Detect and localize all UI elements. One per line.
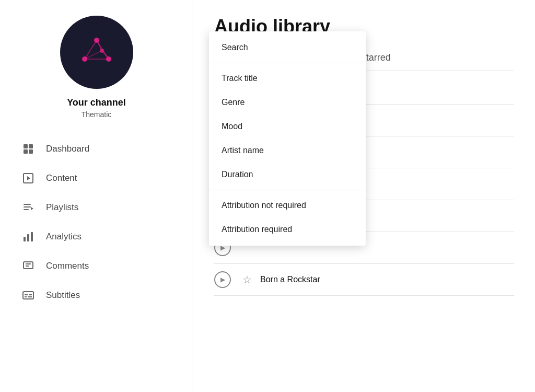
dashboard-icon	[21, 142, 36, 156]
svg-rect-24	[24, 262, 33, 269]
sidebar-item-analytics[interactable]: Analytics	[0, 222, 193, 251]
dropdown-divider	[209, 63, 366, 63]
svg-rect-21	[24, 237, 26, 241]
subtitles-icon	[21, 288, 36, 303]
channel-subtitle: Thematic	[82, 110, 112, 119]
sidebar-label-content: Content	[46, 173, 77, 183]
svg-rect-19	[24, 209, 29, 210]
sidebar-label-analytics: Analytics	[46, 232, 82, 242]
sidebar-item-comments[interactable]: Comments	[0, 251, 193, 281]
star-button[interactable]: ☆	[242, 273, 252, 286]
dropdown-item-attribution-required[interactable]: Attribution required	[209, 217, 366, 241]
svg-rect-18	[24, 206, 31, 207]
sidebar-item-dashboard[interactable]: Dashboard	[0, 134, 193, 164]
play-button[interactable]: ▶	[214, 271, 231, 288]
svg-rect-22	[27, 234, 29, 241]
filter-dropdown: Search Track title Genre Mood Artist nam…	[209, 31, 366, 246]
svg-point-0	[73, 29, 120, 76]
dropdown-item-duration[interactable]: Duration	[209, 163, 366, 187]
channel-avatar	[60, 16, 133, 89]
content-icon	[21, 171, 36, 186]
svg-marker-20	[31, 207, 33, 210]
dropdown-item-genre[interactable]: Genre	[209, 90, 366, 114]
nav-list: Dashboard Content Playlists	[0, 134, 193, 310]
sidebar-item-content[interactable]: Content	[0, 164, 193, 193]
sidebar: Your channel Thematic Dashboard	[0, 0, 193, 392]
svg-rect-14	[29, 149, 33, 154]
sidebar-label-subtitles: Subtitles	[46, 290, 80, 301]
svg-rect-23	[31, 232, 33, 241]
track-name: Born a Rockstar	[260, 275, 320, 284]
svg-rect-11	[24, 144, 28, 148]
svg-rect-13	[24, 149, 28, 154]
svg-marker-16	[27, 176, 30, 180]
playlists-icon	[21, 200, 36, 215]
dropdown-item-artist-name[interactable]: Artist name	[209, 139, 366, 163]
svg-rect-12	[29, 144, 33, 148]
dropdown-item-track-title[interactable]: Track title	[209, 66, 366, 90]
sidebar-item-playlists[interactable]: Playlists	[0, 193, 193, 222]
table-row: ▶ ☆ Born a Rockstar	[214, 264, 514, 296]
sidebar-item-subtitles[interactable]: Subtitles	[0, 281, 193, 310]
sidebar-label-playlists: Playlists	[46, 202, 78, 213]
dropdown-divider-2	[209, 190, 366, 190]
channel-name: Your channel	[67, 97, 126, 108]
sidebar-label-dashboard: Dashboard	[46, 144, 89, 154]
channel-logo-icon	[73, 29, 120, 76]
main-content: Audio library Free music Sound effects S…	[193, 0, 535, 392]
comments-icon	[21, 259, 36, 273]
svg-rect-17	[24, 204, 31, 205]
dropdown-item-attribution-not-required[interactable]: Attribution not required	[209, 193, 366, 217]
dropdown-item-search[interactable]: Search	[209, 36, 366, 60]
analytics-icon	[21, 229, 36, 244]
sidebar-label-comments: Comments	[46, 261, 89, 271]
dropdown-item-mood[interactable]: Mood	[209, 114, 366, 139]
